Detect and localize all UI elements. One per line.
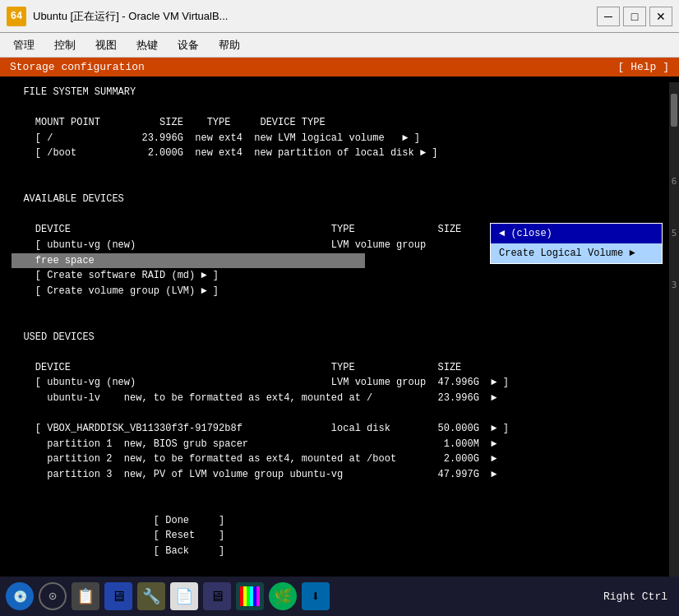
vm-content: Storage configuration [ Help ] FILE SYST…	[0, 58, 679, 577]
dropdown-create-logical-volume[interactable]: Create Logical Volume ►	[491, 243, 662, 263]
help-label[interactable]: [ Help ]	[618, 61, 669, 73]
menu-view[interactable]: 视图	[85, 35, 127, 56]
window-controls: ─ □ ✕	[597, 7, 672, 26]
taskbar-icon-7[interactable]: 🖥	[202, 581, 232, 611]
svg-rect-5	[256, 586, 260, 606]
menu-help[interactable]: 帮助	[209, 35, 250, 56]
svg-rect-3	[250, 586, 253, 606]
minimize-button[interactable]: ─	[597, 7, 620, 26]
taskbar: 💿 ⊙ 📋 🖥 🔧 📄 🖥 🌿 ⬇	[0, 577, 679, 616]
dropdown-close[interactable]: ◄ (close)	[491, 224, 662, 243]
menu-hotkeys[interactable]: 热键	[127, 35, 168, 56]
right-ctrl-label: Right Ctrl	[603, 591, 674, 603]
menu-devices[interactable]: 设备	[168, 35, 209, 56]
scrollbar-thumb	[671, 94, 677, 127]
taskbar-icon-9[interactable]: 🌿	[268, 581, 298, 611]
taskbar-icon-4[interactable]: 🖥	[104, 581, 133, 611]
taskbar-icon-10[interactable]: ⬇	[301, 581, 330, 611]
title-bar: 64 Ubuntu [正在运行] - Oracle VM VirtualB...…	[0, 0, 679, 33]
svg-rect-1	[243, 586, 247, 606]
side-number-3: 3	[672, 280, 677, 290]
storage-title: Storage configuration	[10, 61, 145, 73]
terminal-area: FILE SYSTEM SUMMARY MOUNT POINT SIZE TYP…	[0, 76, 679, 582]
taskbar-icon-6[interactable]: 📄	[169, 581, 199, 611]
close-button[interactable]: ✕	[649, 7, 672, 26]
scrollbar[interactable]: 6 5 3	[669, 82, 679, 577]
storage-header: Storage configuration [ Help ]	[0, 58, 679, 76]
taskbar-icon-8[interactable]	[235, 581, 265, 611]
svg-rect-2	[247, 586, 250, 606]
taskbar-icon-2[interactable]: ⊙	[38, 581, 67, 611]
terminal-text: FILE SYSTEM SUMMARY MOUNT POINT SIZE TYP…	[12, 85, 667, 574]
taskbar-icon-1[interactable]: 💿	[5, 581, 35, 611]
menu-manage[interactable]: 管理	[3, 35, 44, 56]
svg-rect-4	[253, 586, 256, 606]
side-number-6: 6	[672, 176, 677, 187]
maximize-button[interactable]: □	[623, 7, 646, 26]
app-icon: 64	[7, 7, 26, 26]
svg-rect-0	[240, 586, 243, 606]
menu-bar: 管理 控制 视图 热键 设备 帮助	[0, 33, 679, 58]
taskbar-icon-3[interactable]: 📋	[71, 581, 100, 611]
window-title: Ubuntu [正在运行] - Oracle VM VirtualB...	[33, 9, 597, 24]
side-number-5: 5	[672, 228, 677, 239]
taskbar-icon-5[interactable]: 🔧	[136, 581, 166, 611]
context-dropdown[interactable]: ◄ (close) Create Logical Volume ►	[490, 223, 663, 264]
menu-control[interactable]: 控制	[44, 35, 85, 56]
